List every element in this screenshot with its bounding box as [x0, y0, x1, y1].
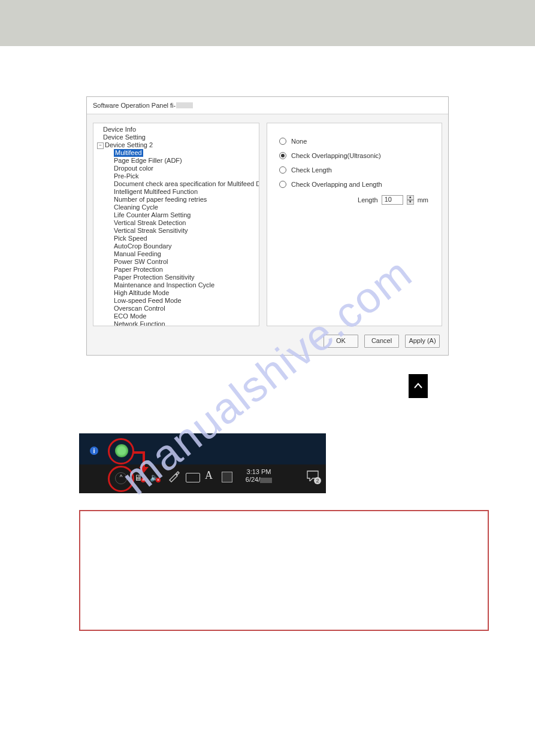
tree-item-manual-feeding[interactable]: Manual Feeding	[97, 250, 255, 258]
tree-item-streak-detection[interactable]: Vertical Streak Detection	[97, 219, 255, 227]
notification-count-badge: 2	[314, 477, 321, 484]
tree-item-low-speed-feed[interactable]: Low-speed Feed Mode	[97, 297, 255, 305]
model-redacted	[176, 102, 193, 108]
radio-icon	[279, 181, 286, 188]
radio-overlapping[interactable]: Check Overlapping(Ultrasonic)	[279, 152, 433, 159]
radio-label: Check Length	[291, 166, 332, 174]
tree-item-maintenance[interactable]: Maintenance and Inspection Cycle	[97, 281, 255, 289]
tree-item-overscan-control[interactable]: Overscan Control	[97, 305, 255, 312]
length-spinner[interactable]: ▲ ▼	[407, 195, 414, 205]
dialog-titlebar: Software Operation Panel fi-	[87, 97, 448, 114]
apply-button[interactable]: Apply (A)	[405, 335, 440, 348]
tree-item-paper-protection-sens[interactable]: Paper Protection Sensitivity	[97, 274, 255, 281]
spin-down-icon[interactable]: ▼	[407, 200, 414, 205]
ok-button[interactable]: OK	[324, 335, 358, 348]
attention-box	[79, 510, 489, 631]
radio-overlapping-and-length[interactable]: Check Overlapping and Length	[279, 181, 433, 188]
touch-keyboard-icon[interactable]	[186, 473, 200, 482]
tree-item-dropout-color[interactable]: Dropout color	[97, 165, 255, 172]
clock-time: 3:13 PM	[241, 468, 277, 476]
spin-up-icon[interactable]: ▲	[407, 195, 414, 200]
radio-label: None	[291, 138, 307, 145]
cancel-button[interactable]: Cancel	[364, 335, 399, 348]
radio-label: Check Overlapping(Ultrasonic)	[291, 152, 381, 159]
page-header-bar	[0, 0, 535, 46]
tree-item-streak-sensitivity[interactable]: Vertical Streak Sensitivity	[97, 227, 255, 235]
tree-item-high-altitude[interactable]: High Altitude Mode	[97, 289, 255, 297]
radio-icon	[279, 138, 286, 145]
pen-icon[interactable]	[168, 470, 180, 482]
software-operation-panel-dialog: Software Operation Panel fi- Device Info…	[86, 96, 449, 356]
dialog-title: Software Operation Panel fi-	[93, 102, 176, 109]
settings-tree[interactable]: Device Info Device Setting −Device Setti…	[93, 123, 259, 326]
length-input[interactable]: 10	[382, 195, 403, 205]
tree-item-network-function[interactable]: Network Function	[97, 320, 255, 326]
windows-taskbar-screenshot: i ^ 🖥 × 🔈 × A 3:13 PM 6/24/ 2	[79, 433, 326, 493]
radio-icon	[279, 166, 286, 174]
tree-item-doc-check-area[interactable]: Document check area specification for Mu…	[97, 180, 255, 188]
chevron-up-icon	[414, 382, 422, 390]
taskbar-clock[interactable]: 3:13 PM 6/24/	[241, 468, 277, 484]
tree-item-paper-protection[interactable]: Paper Protection	[97, 266, 255, 274]
callout-arrow-icon	[131, 451, 152, 475]
tree-item-eco-mode[interactable]: ECO Mode	[97, 312, 255, 320]
length-unit: mm	[418, 196, 428, 204]
tree-item-life-counter-alarm[interactable]: Life Counter Alarm Setting	[97, 211, 255, 219]
tree-item-autocrop-boundary[interactable]: AutoCrop Boundary	[97, 242, 255, 250]
radio-none[interactable]: None	[279, 138, 433, 145]
tree-item-power-sw[interactable]: Power SW Control	[97, 258, 255, 266]
network-disconnected-icon: ×	[141, 478, 146, 482]
tree-item-pick-speed[interactable]: Pick Speed	[97, 235, 255, 242]
volume-muted-icon: ×	[156, 478, 161, 482]
length-label: Length	[358, 196, 378, 204]
tree-item-device-setting[interactable]: Device Setting	[97, 133, 255, 141]
radio-icon	[279, 152, 286, 159]
tree-item-pre-pick[interactable]: Pre-Pick	[97, 172, 255, 180]
tree-item-cleaning-cycle[interactable]: Cleaning Cycle	[97, 204, 255, 211]
ime-indicator[interactable]: A	[205, 469, 213, 482]
radio-length[interactable]: Check Length	[279, 166, 433, 174]
info-icon: i	[90, 447, 98, 455]
radio-label: Check Overlapping and Length	[291, 181, 382, 188]
multifeed-options-panel: None Check Overlapping(Ultrasonic) Check…	[267, 123, 442, 326]
tree-item-multifeed[interactable]: Multifeed	[97, 149, 255, 157]
tree-item-feeding-retries[interactable]: Number of paper feeding retries	[97, 196, 255, 204]
show-hidden-icons-button[interactable]: ^	[115, 472, 127, 484]
tree-item-page-edge-filler[interactable]: Page Edge Filler (ADF)	[97, 157, 255, 165]
tree-item-device-info[interactable]: Device Info	[97, 126, 255, 133]
tree-item-device-setting-2[interactable]: −Device Setting 2	[97, 141, 255, 149]
clock-date: 6/24/	[246, 476, 260, 483]
scroll-to-top-button[interactable]	[409, 374, 428, 398]
year-redacted	[260, 478, 272, 483]
minus-icon[interactable]: −	[97, 142, 104, 149]
tree-item-intelligent-multifeed[interactable]: Intelligent Multifeed Function	[97, 188, 255, 196]
task-view-icon[interactable]	[222, 472, 232, 482]
